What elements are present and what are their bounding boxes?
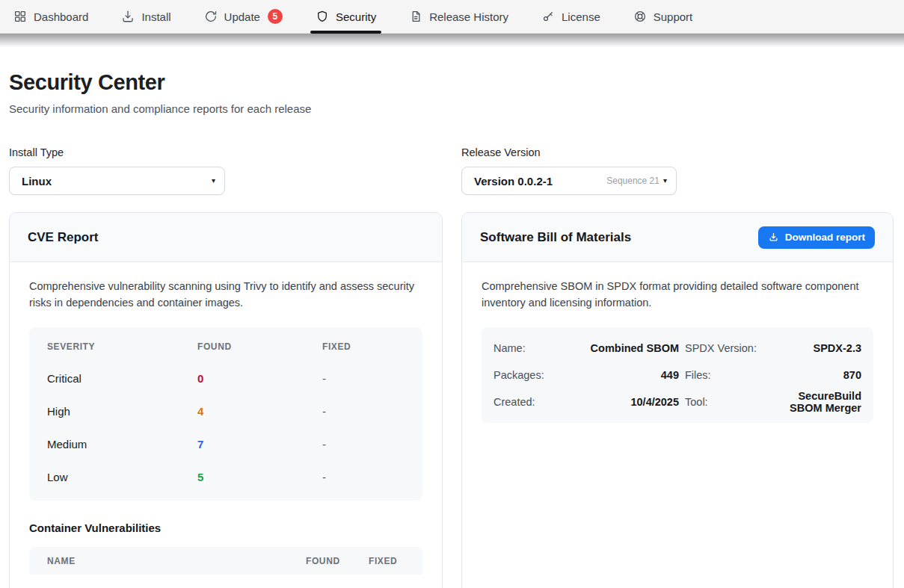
sbom-spdx-version-value: SPDX-2.3 [767, 342, 861, 354]
cve-card-title: CVE Report [28, 230, 98, 245]
release-version-label: Release Version [461, 146, 677, 158]
cve-report-card: CVE Report Comprehensive vulnerability s… [9, 212, 443, 588]
security-center-page: Security Center Security information and… [0, 70, 904, 588]
container-vulnerabilities-title: Container Vulnerabilities [29, 522, 422, 534]
sbom-card: Software Bill of Materials Download repo… [461, 212, 894, 588]
nav-item-license[interactable]: License [541, 0, 600, 34]
nav-item-support[interactable]: Support [633, 0, 693, 34]
found-value: 0 [197, 372, 322, 385]
fixed-col-header: FIXED [322, 341, 405, 352]
fixed-value: - [322, 438, 405, 451]
sbom-tool-label: Tool: [685, 396, 761, 408]
found-col-header: FOUND [197, 341, 322, 352]
table-row-low: Low 5 - [29, 460, 422, 493]
table-row: Name: Combined SBOM SPDX Version: SPDX-2… [493, 335, 861, 362]
nav-label-security: Security [336, 10, 376, 23]
nav-item-security[interactable]: Security [316, 0, 376, 34]
nav-label-support: Support [654, 10, 693, 23]
download-icon [121, 10, 135, 23]
table-row-medium: Medium 7 - [29, 427, 422, 460]
grid-icon [13, 10, 27, 23]
sbom-card-title: Software Bill of Materials [480, 230, 631, 245]
shield-icon [316, 10, 329, 23]
nav-item-release-history[interactable]: Release History [409, 0, 508, 34]
install-type-select[interactable]: Linux ▾ [9, 167, 225, 195]
release-version-filter: Release Version Version 0.0.2-1 Sequence… [461, 146, 677, 195]
container-vulnerabilities-table-header: NAME FOUND FIXED [29, 547, 422, 575]
nav-shadow-divider [0, 34, 904, 47]
table-row-critical: Critical 0 - [29, 362, 422, 394]
top-navigation: Dashboard Install Update 5 Security Rele… [0, 0, 904, 34]
table-row: Packages: 449 Files: 870 [493, 362, 861, 389]
nav-label-license: License [562, 10, 600, 23]
sequence-label: Sequence 21 [606, 176, 659, 186]
update-count-badge: 5 [268, 9, 283, 24]
table-row: Created: 10/4/2025 Tool: SecureBuild SBO… [493, 389, 861, 415]
sbom-created-label: Created: [493, 396, 562, 408]
fixed-value: - [322, 405, 405, 418]
severity-table-header: SEVERITY FOUND FIXED [29, 332, 422, 362]
found-value: 4 [197, 405, 322, 418]
sbom-card-body: Comprehensive SBOM in SPDX format provid… [462, 262, 893, 423]
cve-description: Comprehensive vulnerability scanning usi… [29, 279, 422, 311]
chevron-down-icon: ▾ [663, 177, 667, 185]
sbom-name-value: Combined SBOM [568, 342, 679, 354]
install-type-filter: Install Type Linux ▾ [9, 146, 225, 195]
nav-label-release-history: Release History [429, 10, 508, 23]
severity-col-header: SEVERITY [47, 341, 197, 352]
page-title: Security Center [9, 70, 894, 95]
sbom-packages-label: Packages: [493, 369, 562, 381]
table-row-high: High 4 - [29, 394, 422, 427]
nav-item-update[interactable]: Update 5 [204, 0, 283, 34]
sbom-description: Comprehensive SBOM in SPDX format provid… [482, 279, 873, 311]
download-report-label: Download report [785, 232, 865, 243]
sbom-tool-value: SecureBuild SBOM Merger [767, 390, 861, 414]
severity-table: SEVERITY FOUND FIXED Critical 0 - High 4… [29, 327, 422, 501]
download-icon [768, 232, 779, 243]
sbom-details-table: Name: Combined SBOM SPDX Version: SPDX-2… [482, 327, 873, 423]
cve-card-header: CVE Report [10, 213, 442, 262]
severity-label: High [47, 405, 197, 418]
severity-label: Medium [47, 438, 197, 451]
filters-row: Install Type Linux ▾ Release Version Ver… [9, 146, 894, 195]
release-version-select[interactable]: Version 0.0.2-1 Sequence 21 ▾ [461, 167, 677, 195]
page-subtitle: Security information and compliance repo… [9, 102, 894, 115]
install-type-value: Linux [22, 175, 52, 188]
key-icon [541, 10, 555, 23]
found-value: 5 [197, 471, 322, 483]
install-type-label: Install Type [9, 146, 225, 158]
found-col-header: FOUND [306, 556, 369, 566]
release-version-value: Version 0.0.2-1 [474, 175, 553, 188]
life-buoy-icon [633, 10, 647, 23]
nav-item-dashboard[interactable]: Dashboard [13, 0, 88, 34]
sbom-created-value: 10/4/2025 [568, 396, 679, 408]
download-report-button[interactable]: Download report [758, 226, 875, 249]
fixed-value: - [322, 372, 405, 385]
sbom-packages-value: 449 [568, 369, 679, 381]
severity-label: Low [47, 471, 197, 483]
report-cards: CVE Report Comprehensive vulnerability s… [9, 212, 894, 588]
nav-item-install[interactable]: Install [121, 0, 170, 34]
chevron-down-icon: ▾ [212, 177, 215, 185]
nav-label-dashboard: Dashboard [34, 10, 88, 23]
sbom-spdx-version-label: SPDX Version: [685, 342, 761, 354]
fixed-col-header: FIXED [369, 556, 415, 566]
sbom-files-label: Files: [685, 369, 761, 381]
sbom-name-label: Name: [493, 342, 562, 354]
cve-card-body: Comprehensive vulnerability scanning usi… [10, 262, 442, 575]
found-value: 7 [197, 438, 322, 451]
nav-label-install: Install [141, 10, 170, 23]
document-icon [409, 10, 422, 23]
name-col-header: NAME [47, 556, 306, 566]
severity-label: Critical [47, 372, 197, 385]
sbom-card-header: Software Bill of Materials Download repo… [462, 213, 893, 262]
refresh-icon [204, 10, 218, 23]
sbom-files-value: 870 [767, 369, 861, 381]
nav-label-update: Update [224, 10, 260, 23]
fixed-value: - [322, 471, 405, 483]
